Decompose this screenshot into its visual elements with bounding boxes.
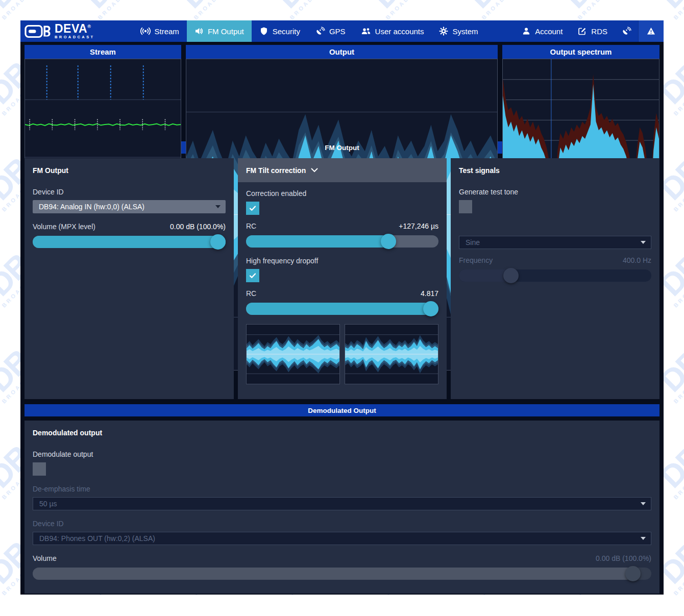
broadcast-icon — [140, 27, 151, 36]
slider-thumb[interactable] — [210, 234, 226, 250]
dropoff-checkbox[interactable] — [246, 269, 259, 282]
page: DBBROADCASTDBBROADCASTDBBROADCASTDBBROAD… — [0, 0, 684, 616]
slider-fill — [246, 235, 388, 248]
slider-fill — [33, 568, 633, 580]
shield-icon — [259, 27, 268, 36]
volume-row: Volume (MPX level) 0.00 dB (100.0%) — [33, 223, 226, 231]
rc1-value: +127,246 µs — [399, 222, 438, 230]
nav-item-fm-output[interactable]: FM Output — [187, 20, 252, 42]
satellite-link-icon — [622, 27, 631, 36]
volume-label: Volume (MPX level) — [33, 223, 95, 231]
demodulate-output-checkbox[interactable] — [33, 462, 46, 476]
satellite-icon — [315, 27, 325, 36]
stream-chart-title: Stream — [25, 45, 181, 59]
waveform-select[interactable]: Sine — [459, 236, 651, 249]
deemphasis-select[interactable]: 50 µs — [33, 497, 651, 510]
fm-output-panels: FM Output Device ID DB94: Analog IN (hw:… — [25, 158, 659, 399]
rc2-slider[interactable] — [246, 303, 438, 315]
nav-item-rds[interactable]: RDS — [570, 20, 615, 42]
nav-item-stream[interactable]: Stream — [133, 20, 187, 42]
users-icon — [361, 27, 371, 36]
slider-fill — [33, 236, 226, 248]
correction-enabled-checkbox[interactable] — [246, 202, 259, 215]
speaker-icon — [194, 27, 204, 36]
demod-device-id-select[interactable]: DB94: Phones OUT (hw:0,2) (ALSA) — [33, 532, 651, 545]
demodulated-section-bar: Demodulated Output — [25, 404, 659, 416]
demod-device-id-label: Device ID — [33, 520, 651, 528]
stream-chart-panel: Stream — [25, 45, 181, 135]
nav-menu: Stream FM Output Security — [133, 20, 486, 42]
rc2-label: RC — [246, 289, 256, 298]
device-id-select[interactable]: DB94: Analog IN (hw:0,0) (ALSA) — [33, 200, 226, 213]
demod-volume-slider[interactable] — [33, 568, 651, 580]
demod-volume-row: Volume 0.00 dB (100.0%) — [33, 554, 651, 562]
waveform-value: Sine — [466, 238, 480, 247]
nav-label: GPS — [329, 27, 346, 36]
demod-volume-label: Volume — [33, 554, 57, 562]
output-chart-panel: Output — [186, 45, 498, 135]
top-nav: DEVA® BROADCAST Stream FM Output — [20, 20, 664, 42]
nav-item-security[interactable]: Security — [252, 20, 308, 42]
satellite-link-button[interactable] — [615, 20, 638, 42]
device-id-label: Device ID — [33, 188, 226, 196]
chevron-down-icon — [641, 241, 646, 244]
nav-right: Account RDS — [514, 20, 664, 42]
slider-fill — [246, 303, 431, 315]
nav-label: Stream — [155, 27, 179, 36]
nav-label: System — [452, 27, 478, 36]
slider-thumb[interactable] — [503, 268, 519, 283]
slider-thumb[interactable] — [625, 566, 641, 581]
chevron-down-icon — [215, 205, 221, 208]
demod-device-id-value: DB94: Phones OUT (hw:0,2) (ALSA) — [39, 534, 155, 543]
slider-thumb[interactable] — [423, 301, 438, 316]
frequency-row: Frequency 400.0 Hz — [459, 256, 651, 264]
tilt-preview-chart-a — [246, 324, 340, 384]
nav-item-system[interactable]: System — [431, 20, 485, 42]
check-icon — [248, 204, 257, 213]
volume-value: 0.00 dB (100.0%) — [170, 223, 226, 231]
slider-thumb[interactable] — [381, 234, 396, 249]
deemphasis-label: De-emphasis time — [33, 485, 651, 493]
demod-volume-value: 0.00 dB (100.0%) — [596, 554, 651, 562]
chevron-down-icon — [641, 502, 646, 505]
generate-test-tone-checkbox[interactable] — [459, 200, 472, 213]
generate-test-tone-label: Generate test tone — [459, 188, 651, 196]
charts-row: Stream Output Output spectrum — [25, 45, 659, 135]
tilt-preview-chart-b — [345, 324, 438, 384]
test-signals-panel: Test signals Generate test tone Sine Fre… — [451, 158, 659, 399]
volume-slider[interactable] — [33, 236, 226, 248]
db-logo-icon — [25, 24, 51, 38]
spectrum-chart-title: Output spectrum — [502, 45, 659, 59]
alarm-button[interactable] — [638, 20, 664, 42]
fm-tilt-header[interactable]: FM Tilt correction — [238, 158, 447, 182]
spectrum-chart-panel: Output spectrum — [502, 45, 659, 135]
frequency-value: 400.0 Hz — [623, 256, 651, 264]
nav-label: Security — [273, 27, 300, 36]
brand-logo[interactable]: DEVA® BROADCAST — [20, 20, 102, 42]
fm-output-panel-title: FM Output — [33, 166, 226, 175]
rc1-row: RC +127,246 µs — [246, 222, 438, 230]
user-icon — [522, 27, 531, 36]
fm-tilt-body: Correction enabled RC +127,246 µs High f… — [238, 189, 447, 392]
rc1-slider[interactable] — [246, 235, 438, 248]
demodulated-output-panel: Demodulated output Demodulate output De-… — [25, 421, 659, 594]
fm-tilt-title: FM Tilt correction — [246, 166, 306, 175]
rc2-value: 4.817 — [421, 289, 438, 298]
chevron-down-icon — [641, 537, 646, 540]
check-icon — [248, 271, 257, 280]
nav-item-gps[interactable]: GPS — [308, 20, 353, 42]
tilt-preview-charts — [246, 324, 438, 384]
correction-enabled-label: Correction enabled — [246, 189, 438, 198]
frequency-slider[interactable] — [459, 269, 651, 282]
nav-label: Account — [535, 27, 563, 36]
nav-item-account[interactable]: Account — [514, 20, 570, 42]
device-id-value: DB94: Analog IN (hw:0,0) (ALSA) — [39, 203, 144, 211]
output-chart-title: Output — [186, 45, 498, 59]
nav-item-user-accounts[interactable]: User accounts — [353, 20, 432, 42]
dropoff-label: High frequency dropoff — [246, 257, 438, 265]
fm-output-panel: FM Output Device ID DB94: Analog IN (hw:… — [25, 158, 234, 399]
brand-text: DEVA® BROADCAST — [55, 23, 95, 39]
app-window: DEVA® BROADCAST Stream FM Output — [20, 20, 664, 595]
nav-label: FM Output — [208, 27, 244, 36]
rc1-label: RC — [246, 222, 256, 230]
